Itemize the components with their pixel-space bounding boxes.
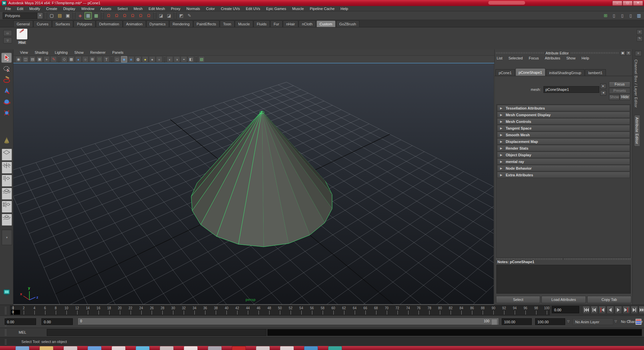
grid-icon[interactable]: ◇ (61, 56, 67, 62)
shelf-menu-icon[interactable]: ▽ (3, 37, 12, 43)
play-forward-button[interactable] (615, 306, 622, 314)
shadows-icon[interactable]: ● (149, 56, 155, 62)
menu-display[interactable]: Display (60, 7, 78, 11)
flat-shade-icon[interactable]: ■ (128, 56, 134, 62)
shelf-tab-surfaces[interactable]: Surfaces (52, 20, 73, 27)
camera-attributes-icon[interactable]: ◫ (22, 56, 29, 62)
menu-file[interactable]: File (2, 7, 14, 11)
select-by-hierarchy-icon[interactable]: ◈ (76, 12, 84, 19)
menu-assets[interactable]: Assets (97, 7, 114, 11)
show-button[interactable]: Show (609, 94, 620, 100)
shelf-tab-general[interactable]: General (13, 20, 33, 27)
menu-modify[interactable]: Modify (26, 7, 43, 11)
layout-hypershade-persp[interactable] (2, 201, 12, 213)
render-current-frame-icon[interactable]: ◪ (157, 12, 165, 19)
show-output-connections-icon[interactable]: ▸ (600, 90, 606, 96)
shelf-tab-animation[interactable]: Animation (123, 20, 146, 27)
window-titlebar[interactable]: M Autodesk Maya 2014 x64: F:\Temp\temp.m… (0, 0, 644, 6)
taskbar-app-2[interactable] (63, 346, 77, 350)
shelf-item-hist[interactable]: Hist (15, 29, 29, 44)
select-by-component-type-icon[interactable]: ▩ (93, 12, 100, 19)
select-camera-icon[interactable]: ◉ (15, 56, 22, 62)
menu-help[interactable]: Help (338, 7, 351, 11)
character-set-dropdown-icon[interactable]: ▽ (615, 320, 617, 323)
menu-select[interactable]: Select (114, 7, 131, 11)
select-button[interactable]: Select (496, 296, 540, 303)
snap-to-projected-center-icon[interactable]: Ω (129, 12, 136, 19)
toggle-channel-box-icon[interactable]: ▯ (627, 12, 634, 19)
taskbar-app-3[interactable] (88, 346, 102, 350)
select-tool[interactable] (1, 53, 12, 63)
shelf-tab-fur[interactable]: Fur (270, 20, 283, 27)
camera-mask-icon[interactable]: ◧ (188, 56, 194, 62)
animation-end-field[interactable]: 100.00 (535, 318, 565, 325)
menu-mesh[interactable]: Mesh (131, 7, 146, 11)
shelf-tab-fluids[interactable]: Fluids (254, 20, 270, 27)
film-gate-icon[interactable]: ▦ (68, 56, 74, 62)
shelf-tab-deformation[interactable]: Deformation (96, 20, 123, 27)
hide-button[interactable]: Hide (620, 94, 630, 100)
section-node-behavior[interactable]: ▶ Node Behavior (497, 165, 630, 171)
show-hide-ui-elements-icon[interactable]: ▥ (635, 12, 643, 19)
taskbar-app-7[interactable] (184, 346, 198, 350)
ae-restore-icon[interactable]: ▣ (620, 51, 625, 55)
resolution-gate-icon[interactable]: ● (75, 56, 82, 62)
dock-tab-channel-box[interactable]: Channel Box / Layer Editor (633, 57, 639, 110)
playback-start-field[interactable]: 0.00 (41, 318, 73, 325)
next-key-button[interactable] (623, 306, 630, 314)
current-time-field[interactable]: 0.00 (552, 306, 579, 313)
anim-layer-selector[interactable]: No Anim Layer (573, 318, 613, 325)
drag-handle[interactable] (571, 52, 618, 54)
toolbar-separator[interactable] (174, 12, 177, 19)
scale-tool[interactable] (1, 108, 12, 118)
section-tessellation-attributes[interactable]: ▶ Tessellation Attributes (497, 105, 630, 111)
grid-toggle-icon[interactable]: ⊞ (602, 12, 609, 19)
panel-menu-show[interactable]: Show (71, 50, 87, 54)
maximize-button[interactable]: ▢ (623, 1, 633, 6)
shelf-tab-toggle-icon[interactable]: ▭ (3, 30, 12, 36)
taskbar-app-6[interactable] (160, 346, 174, 350)
render-settings-icon[interactable]: ◩ (178, 12, 185, 19)
ae-tab-pconeshape1[interactable]: pConeShape1 (515, 68, 545, 76)
section-mental-ray[interactable]: ▶ mental ray (497, 158, 630, 165)
textured-icon[interactable]: ◍ (135, 56, 141, 62)
panel-menu-shading[interactable]: Shading (31, 50, 51, 54)
range-end-handle[interactable] (491, 319, 497, 325)
taskbar-app-12[interactable] (304, 346, 318, 350)
go-to-end-button[interactable] (639, 306, 644, 314)
shelf-tab-polygons[interactable]: Polygons (73, 20, 95, 27)
shelf-tab-custom[interactable]: Custom (316, 20, 336, 27)
show-input-connections-icon[interactable]: ▸ (600, 83, 606, 89)
snap-to-view-planes-icon[interactable]: Ω (137, 12, 144, 19)
new-scene-icon[interactable]: ▢ (48, 12, 55, 19)
menu-normals[interactable]: Normals (183, 7, 203, 11)
layout-single-pane[interactable] (2, 149, 12, 161)
shelf-tab-dynamics[interactable]: Dynamics (146, 20, 169, 27)
layout-persp-graph[interactable] (2, 188, 12, 200)
menu-edit[interactable]: Edit (14, 7, 26, 11)
select-by-object-type-icon[interactable]: ▦ (85, 12, 92, 19)
ae-tab-lambert1[interactable]: lambert1 (585, 69, 606, 76)
smooth-shade-icon[interactable]: ■ (121, 56, 127, 62)
last-tool-cone[interactable] (1, 135, 12, 145)
command-line-mode-label[interactable]: MEL (19, 330, 26, 334)
minimize-button[interactable]: – (612, 1, 622, 6)
toggle-tool-settings-icon[interactable]: ▯ (619, 12, 626, 19)
shelf-tab-painteffects[interactable]: PaintEffects (193, 20, 220, 27)
ae-menu-help[interactable]: Help (581, 56, 593, 60)
panel-menu-renderer[interactable]: Renderer (87, 50, 109, 54)
panel-menu-lighting[interactable]: Lighting (51, 50, 71, 54)
section-tangent-space[interactable]: ▶ Tangent Space (497, 125, 630, 131)
ae-tab-initialshadinggroup[interactable]: initialShadingGroup (546, 69, 585, 76)
animation-start-field[interactable]: 0.00 (5, 318, 36, 325)
copy-tab-button[interactable]: Copy Tab (587, 296, 631, 303)
rotate-tool[interactable] (1, 97, 12, 107)
shelf-tab-rendering[interactable]: Rendering (169, 20, 193, 27)
shelf-tab-ncloth[interactable]: nCloth (299, 20, 316, 27)
ae-menu-list[interactable]: List (496, 56, 506, 60)
taskbar-app-10[interactable] (256, 346, 270, 350)
ae-menu-attributes[interactable]: Attributes (544, 56, 564, 60)
gate-mask-icon[interactable]: ○ (82, 56, 89, 62)
step-back-button[interactable] (591, 306, 598, 314)
xray-icon[interactable]: ◐ (167, 56, 173, 62)
